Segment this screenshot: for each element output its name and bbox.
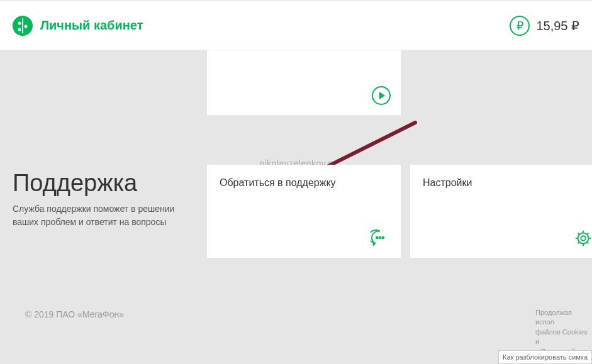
balance-value: 15,95 ₽ [536,18,579,33]
card-title: Обратиться в поддержку [220,177,388,189]
media-card[interactable] [207,50,401,115]
cookie-text-2: файлов Cookies и [535,328,588,345]
page-title[interactable]: Личный кабинет [40,18,143,33]
footer-copyright: © 2019 ПАО «МегаФон» [25,309,124,319]
balance-area[interactable]: ₽ 15,95 ₽ [510,16,579,36]
svg-point-7 [382,237,384,239]
card-title: Настройки [423,177,591,189]
cookie-notice: Продолжая испол файлов Cookies и с Полит… [535,308,592,356]
svg-point-8 [581,236,586,241]
svg-point-2 [18,21,21,25]
card-settings[interactable]: Настройки [410,165,592,258]
svg-line-16 [587,233,589,235]
search-snippet[interactable]: Как разблокировать симка [498,350,592,364]
svg-line-17 [578,242,580,244]
svg-point-3 [25,25,28,28]
chat-icon [371,229,389,248]
card-contact-support[interactable]: Обратиться в поддержку [207,165,401,258]
svg-point-5 [376,237,378,239]
play-icon[interactable] [372,86,391,105]
header-left: Личный кабинет [13,16,143,36]
svg-point-4 [18,28,21,31]
section-title: Поддержка [13,170,137,197]
content-area: nikolayzelenkov.ru Поддержка Служба подд… [0,50,592,364]
svg-line-15 [587,242,589,244]
header: Личный кабинет ₽ 15,95 ₽ [0,0,592,50]
svg-point-6 [379,237,381,239]
play-triangle-icon [379,92,385,99]
svg-line-14 [578,233,580,235]
cookie-text-1: Продолжая испол [535,309,572,326]
section-description: Служба поддержки поможет в решении ваших… [13,202,195,229]
gear-icon [574,229,592,248]
ruble-icon: ₽ [510,16,530,36]
brand-logo-icon [13,16,33,36]
